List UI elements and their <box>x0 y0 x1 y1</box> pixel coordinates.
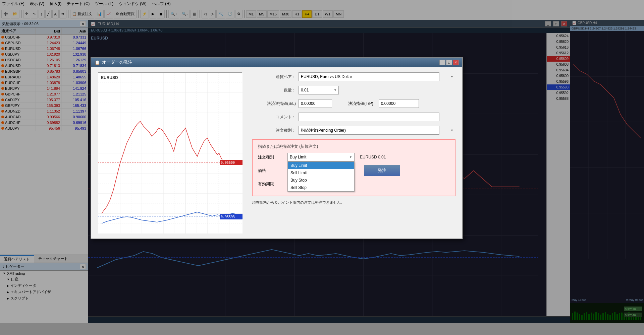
tp-input[interactable] <box>379 99 419 108</box>
dialog-form: 通貨ペア： EURUSD, Euro vs US Dollar 数量： 0.01 <box>252 72 455 205</box>
order-type-select-wrapper: 指値注文(Pending Order) <box>299 126 455 135</box>
svg-text:0.95593: 0.95593 <box>221 215 235 219</box>
comment-label: コメント： <box>252 114 296 120</box>
pending-type-dropdown[interactable]: Buy Limit ▼ Buy Limit Sell Limit Buy Sto… <box>287 153 355 161</box>
price-label: 価格 <box>258 168 285 174</box>
dialog-controls: _ □ ✕ <box>439 60 459 65</box>
dialog-close-btn[interactable]: ✕ <box>453 60 459 65</box>
quantity-row: 数量： 0.01 <box>252 86 455 94</box>
symbol-row: 通貨ペア： EURUSD, Euro vs US Dollar <box>252 72 455 81</box>
dialog-title: オーダーの発注 <box>102 59 132 65</box>
symbol-select-wrapper: EURUSD, Euro vs US Dollar <box>299 72 455 81</box>
sl-label: 決済逆指値(S/L) <box>252 101 296 107</box>
dialog-minimize-btn[interactable]: _ <box>439 60 445 65</box>
dropdown-item-buy-limit[interactable]: Buy Limit <box>288 162 354 169</box>
dialog-title-left: 📋 オーダーの発注 <box>95 59 132 65</box>
dropdown-list: Buy Limit Sell Limit Buy Stop Sell Stop <box>287 161 355 192</box>
dialog-chart: EURUSD <box>98 72 242 233</box>
order-type-row: 注文種別： 指値注文(Pending Order) <box>252 126 455 135</box>
quantity-select[interactable]: 0.01 <box>299 86 339 94</box>
sl-tp-row: 決済逆指値(S/L) 決済指値(T/P) <box>252 99 455 108</box>
svg-text:0.95609: 0.95609 <box>221 161 235 164</box>
comment-row: コメント： <box>252 113 455 121</box>
info-text: 現在価格から０ポイント圏内の注文は発注できません。 <box>252 200 455 205</box>
sl-input[interactable] <box>299 99 332 108</box>
comment-input[interactable] <box>299 113 439 121</box>
tp-label: 決済指値(T/P) <box>348 101 373 107</box>
symbol-label: 通貨ペア： <box>252 74 296 80</box>
dropdown-arrow-icon: ▼ <box>349 155 352 159</box>
dropdown-value: Buy Limit <box>290 155 306 159</box>
symbol-select[interactable]: EURUSD, Euro vs US Dollar <box>299 72 439 81</box>
pink-section-title: 指値または逆指値注文 (新規注文) <box>258 144 450 149</box>
expiry-label: 有効期限 <box>258 181 285 187</box>
quantity-select-wrapper: 0.01 <box>299 86 339 94</box>
pending-type-row: 注文種別 Buy Limit ▼ Buy Limit Sell Limit Bu… <box>258 153 450 161</box>
order-dialog: 📋 オーダーの発注 _ □ ✕ EURUSD <box>91 57 463 239</box>
place-order-button[interactable]: 発注 <box>364 165 400 176</box>
order-type-label: 注文種別： <box>252 128 296 133</box>
dropdown-item-sell-limit[interactable]: Sell Limit <box>288 169 354 177</box>
dialog-maximize-btn[interactable]: □ <box>446 60 452 65</box>
order-type-select[interactable]: 指値注文(Pending Order) <box>299 126 439 135</box>
symbol-lot-info: EURUSD 0.01 <box>360 155 386 159</box>
dialog-icon: 📋 <box>95 60 100 65</box>
dropdown-item-buy-stop[interactable]: Buy Stop <box>288 177 354 184</box>
pink-section: 指値または逆指値注文 (新規注文) 注文種別 Buy Limit ▼ B <box>252 139 455 196</box>
dialog-titlebar: 📋 オーダーの発注 _ □ ✕ <box>91 58 462 67</box>
dialog-content: EURUSD <box>91 67 462 239</box>
dialog-chart-symbol: EURUSD <box>101 75 118 80</box>
dropdown-item-sell-stop[interactable]: Sell Stop <box>288 184 354 191</box>
dialog-chart-svg: 0.95609 0.95593 <box>98 73 243 233</box>
quantity-label: 数量： <box>252 87 296 93</box>
pending-type-label: 注文種別 <box>258 154 285 160</box>
dropdown-selected[interactable]: Buy Limit ▼ <box>287 153 355 161</box>
